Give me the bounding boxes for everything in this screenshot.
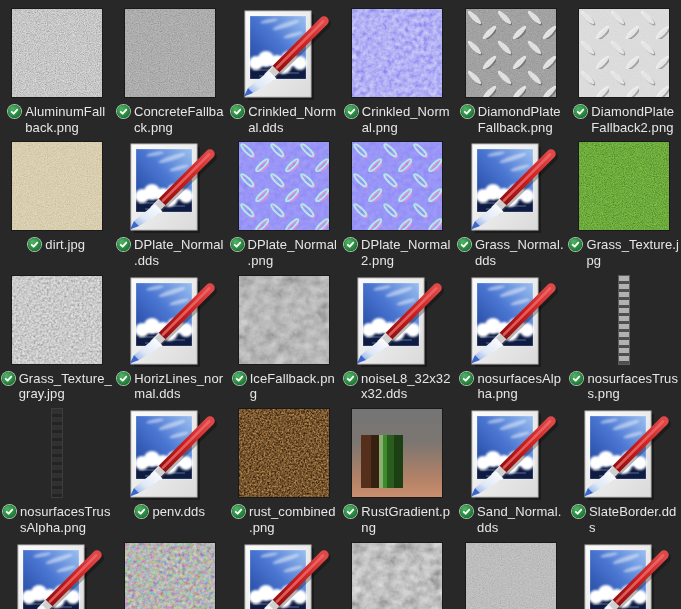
image-file-icon bbox=[466, 276, 556, 366]
sync-ok-icon bbox=[3, 505, 16, 518]
file-name: IceFallback.pn bbox=[250, 371, 335, 387]
file-item[interactable]: Grass_Texture_gray.jpg bbox=[0, 276, 114, 409]
file-item[interactable]: DiamondPlateFallback2.png bbox=[568, 9, 681, 142]
file-item[interactable]: ConcreteFallback.png bbox=[114, 9, 228, 142]
sync-ok-icon bbox=[135, 505, 148, 518]
file-label: DiamondPlateFallback2.png bbox=[574, 104, 674, 135]
file-label: Crinkled_Normal.png bbox=[345, 104, 450, 135]
file-name: Fallback2.png bbox=[591, 120, 674, 136]
file-name: Grass_Normal. bbox=[475, 237, 564, 253]
sync-ok-icon bbox=[460, 372, 473, 385]
file-item[interactable]: Crinkled_Normal.dds bbox=[227, 9, 341, 142]
image-file-icon bbox=[125, 142, 215, 232]
sync-ok-icon bbox=[460, 505, 473, 518]
file-item[interactable]: HorizLines_normal.dds bbox=[114, 276, 228, 409]
file-item[interactable]: DPlate_Normal2.png bbox=[341, 142, 455, 275]
file-name: back.png bbox=[25, 120, 105, 136]
sync-ok-icon bbox=[28, 238, 41, 251]
sync-ok-icon bbox=[574, 105, 587, 118]
file-name: DPlate_Normal bbox=[248, 237, 337, 253]
file-item[interactable]: RustGradient.png bbox=[341, 409, 455, 542]
image-file-icon bbox=[125, 276, 215, 366]
file-item[interactable]: DPlate_Normal.dds bbox=[114, 142, 228, 275]
file-thumbnail bbox=[239, 142, 329, 232]
file-item[interactable] bbox=[0, 543, 114, 609]
file-name: DiamondPlate bbox=[478, 104, 561, 120]
file-name: DPlate_Normal bbox=[361, 237, 450, 253]
sync-ok-icon bbox=[344, 505, 357, 518]
file-name: Sand_Normal. bbox=[477, 504, 561, 520]
file-name: Crinkled_Norm bbox=[248, 104, 336, 120]
file-thumbnail bbox=[12, 9, 102, 99]
file-label: nosurfacesAlpha.png bbox=[460, 371, 561, 402]
file-name: AluminumFall bbox=[25, 104, 105, 120]
file-item[interactable]: Grass_Normal.dds bbox=[454, 142, 568, 275]
file-name: mal.dds bbox=[134, 386, 223, 402]
file-item[interactable]: SlateBorder.dds bbox=[568, 409, 681, 542]
image-file-icon bbox=[579, 409, 669, 499]
file-name: dirt.jpg bbox=[45, 237, 85, 253]
sync-ok-icon bbox=[570, 372, 583, 385]
file-name: x32.dds bbox=[361, 386, 451, 402]
file-label: DPlate_Normal.dds bbox=[117, 237, 223, 268]
file-name: 2.png bbox=[361, 253, 450, 269]
file-item[interactable]: rust_combined.png bbox=[227, 409, 341, 542]
file-label: nosurfacesTruss.png bbox=[570, 371, 678, 402]
file-name: ConcreteFallba bbox=[134, 104, 224, 120]
sync-ok-icon bbox=[117, 238, 130, 251]
sync-ok-icon bbox=[569, 238, 582, 251]
file-name: nosurfacesTrus bbox=[587, 371, 678, 387]
file-name: dds bbox=[475, 253, 564, 269]
file-item[interactable] bbox=[114, 543, 228, 609]
file-name: noiseL8_32x32 bbox=[361, 371, 451, 387]
file-label: RustGradient.png bbox=[344, 504, 450, 535]
file-name: .dds bbox=[134, 253, 223, 269]
file-label: Grass_Texture.jpg bbox=[569, 237, 679, 268]
file-item[interactable]: DiamondPlateFallback.png bbox=[454, 9, 568, 142]
file-label: DPlate_Normal.png bbox=[231, 237, 337, 268]
file-name: ng bbox=[361, 520, 450, 536]
file-item[interactable]: Crinkled_Normal.png bbox=[341, 9, 455, 142]
sync-ok-icon bbox=[345, 105, 358, 118]
file-name: s.png bbox=[587, 386, 678, 402]
file-name: ck.png bbox=[134, 120, 224, 136]
image-file-icon bbox=[239, 9, 329, 99]
file-thumbnail bbox=[466, 9, 556, 99]
file-label: DiamondPlateFallback.png bbox=[461, 104, 561, 135]
file-name: al.png bbox=[362, 120, 450, 136]
file-thumbnail bbox=[579, 9, 669, 99]
sync-ok-icon bbox=[458, 238, 471, 251]
file-thumbnail bbox=[579, 276, 669, 366]
file-item[interactable]: noiseL8_32x32x32.dds bbox=[341, 276, 455, 409]
file-item[interactable] bbox=[568, 543, 681, 609]
file-item[interactable] bbox=[454, 543, 568, 609]
file-name: Fallback.png bbox=[478, 120, 561, 136]
file-name: Grass_Texture.j bbox=[586, 237, 679, 253]
file-name: DiamondPlate bbox=[591, 104, 674, 120]
file-item[interactable]: dirt.jpg bbox=[0, 142, 114, 275]
file-thumbnail bbox=[239, 409, 329, 499]
file-item[interactable] bbox=[341, 543, 455, 609]
image-file-icon bbox=[12, 543, 102, 609]
file-item[interactable]: penv.dds bbox=[114, 409, 228, 542]
file-label: HorizLines_normal.dds bbox=[117, 371, 223, 402]
file-label: Grass_Normal.dds bbox=[458, 237, 564, 268]
file-item[interactable]: nosurfacesTrussAlpha.png bbox=[0, 409, 114, 542]
sync-ok-icon bbox=[117, 105, 130, 118]
file-item[interactable]: IceFallback.png bbox=[227, 276, 341, 409]
file-item[interactable]: AluminumFallback.png bbox=[0, 9, 114, 142]
sync-ok-icon bbox=[231, 238, 244, 251]
file-item[interactable] bbox=[227, 543, 341, 609]
file-item[interactable]: nosurfacesTruss.png bbox=[568, 276, 681, 409]
file-item[interactable]: Sand_Normal.dds bbox=[454, 409, 568, 542]
file-thumbnail bbox=[12, 276, 102, 366]
image-file-icon bbox=[125, 409, 215, 499]
image-file-icon bbox=[239, 543, 329, 609]
file-label: Sand_Normal.dds bbox=[460, 504, 561, 535]
file-thumbnail bbox=[239, 276, 329, 366]
file-grid: AluminumFallback.png ConcreteFallback.pn… bbox=[0, 9, 681, 609]
file-item[interactable]: Grass_Texture.jpg bbox=[568, 142, 681, 275]
file-item[interactable]: DPlate_Normal.png bbox=[227, 142, 341, 275]
file-thumbnail bbox=[352, 543, 442, 609]
file-item[interactable]: nosurfacesAlpha.png bbox=[454, 276, 568, 409]
